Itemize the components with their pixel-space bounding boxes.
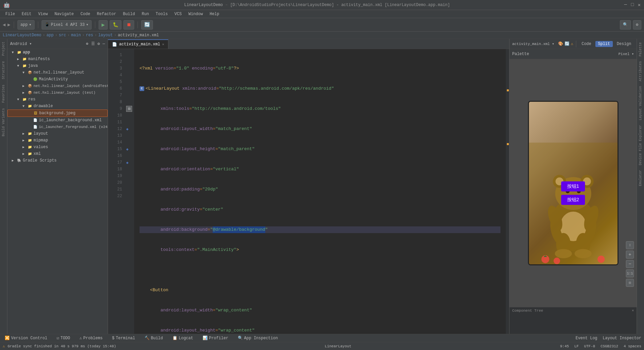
tree-item-gradle-scripts[interactable]: ▶ 🐘 Gradle Scripts xyxy=(7,157,108,164)
menu-navigate[interactable]: Navigate xyxy=(52,11,76,17)
tree-item-values[interactable]: ▶ 📁 values xyxy=(7,144,108,150)
minimize-button[interactable]: ─ xyxy=(624,2,627,8)
menu-window[interactable]: Window xyxy=(186,11,206,17)
zoom-in-button[interactable]: + xyxy=(626,251,634,259)
debug-button[interactable]: 🐛 xyxy=(110,20,121,30)
tree-item-ic-launcher-fg[interactable]: 📄 ic_launcher_foreground.xml (v24) xyxy=(7,124,108,130)
editor-tab-activity-main[interactable]: 📄 activity_main.xml ✕ xyxy=(108,39,168,49)
tab-todo[interactable]: ☑ TODO xyxy=(55,335,72,341)
tab-version-control[interactable]: 🔀 Version Control xyxy=(3,335,49,341)
tree-action-sync[interactable]: ⊕ xyxy=(86,41,88,46)
run-button[interactable]: ▶ xyxy=(99,20,108,30)
breadcrumb-item-project[interactable]: LinearLayoutDemo xyxy=(3,33,41,38)
menu-edit[interactable]: Edit xyxy=(19,11,34,17)
tree-item-res[interactable]: ▼ 📁 res xyxy=(7,96,108,103)
tab-split-button[interactable]: Split xyxy=(595,41,613,47)
settings-button[interactable]: ⚙ xyxy=(633,20,641,30)
strip-attributes[interactable]: Attributes xyxy=(639,59,642,83)
left-strip-structure[interactable]: Structure xyxy=(1,58,6,82)
tree-item-layout[interactable]: ▶ 📁 layout xyxy=(7,130,108,137)
maximize-button[interactable]: □ xyxy=(631,2,634,8)
preview-button-2[interactable]: 按钮2 xyxy=(561,195,585,205)
tree-action-settings[interactable]: ⚙ xyxy=(98,41,100,46)
search-everywhere-button[interactable]: 🔍 xyxy=(620,20,631,30)
strip-device-file-explorer[interactable]: Device File Explorer xyxy=(639,123,642,167)
tab-profiler[interactable]: 📊 Profiler xyxy=(201,335,230,341)
project-selector[interactable]: app ▾ xyxy=(17,20,35,30)
tab-code-button[interactable]: Code xyxy=(579,41,594,47)
layout-inspector-button[interactable]: Layout Inspector xyxy=(603,336,641,341)
tab-logcat[interactable]: 📋 Logcat xyxy=(170,335,195,341)
menu-file[interactable]: File xyxy=(3,11,18,17)
close-button[interactable]: ✕ xyxy=(638,2,641,8)
tab-close-button[interactable]: ✕ xyxy=(162,42,164,46)
line-ending-indicator[interactable]: LF xyxy=(574,344,579,348)
tree-item-java[interactable]: ▼ 📁 java xyxy=(7,62,108,69)
file-selector[interactable]: activity_main.xml ▾ xyxy=(512,42,554,46)
breadcrumb-item-res[interactable]: res xyxy=(86,33,93,38)
component-tree-close[interactable]: × xyxy=(632,309,634,313)
tree-item-package-test[interactable]: ▶ 📦 net.hxl.linear_layout (test) xyxy=(7,89,108,96)
back-button[interactable]: ◀ xyxy=(3,22,5,28)
menu-build[interactable]: Build xyxy=(120,11,138,17)
svg-point-20 xyxy=(553,258,560,264)
tab-terminal[interactable]: $ Terminal xyxy=(110,335,137,341)
tree-item-manifests[interactable]: ▶ 📁 manifests xyxy=(7,56,108,62)
strip-layout-validation[interactable]: Layout Validation xyxy=(639,84,642,122)
breadcrumb-item-main[interactable]: main xyxy=(71,33,81,38)
tab-design-button[interactable]: Design xyxy=(614,41,634,47)
device-selector[interactable]: 📱 Pixel 4 API 33 ▾ xyxy=(42,20,92,30)
tree-item-xml[interactable]: ▶ 📁 xml xyxy=(7,150,108,157)
left-strip-project[interactable]: Project xyxy=(1,39,6,58)
zoom-out-button[interactable]: − xyxy=(626,260,634,268)
forward-button[interactable]: ▶ xyxy=(7,22,10,28)
left-strip-build-variants[interactable]: Build Variants xyxy=(1,105,6,139)
tree-item-package-androidtest[interactable]: ▶ 📦 net.hxl.linear_layout (androidTest) xyxy=(7,83,108,89)
fit-button[interactable]: ⊡ xyxy=(626,279,634,287)
menu-vcs[interactable]: VCS xyxy=(172,11,184,17)
code-line-12: <Button xyxy=(140,287,500,294)
cursor-tool-button[interactable]: ↕ xyxy=(626,241,634,249)
refresh-icon[interactable]: 🔄 xyxy=(565,41,570,46)
tree-action-close[interactable]: — xyxy=(103,42,105,46)
bookmark-icon-12[interactable]: ◆ xyxy=(126,127,128,132)
menu-help[interactable]: Help xyxy=(207,11,222,17)
tree-item-package-main[interactable]: ▼ 📦 net.hxl.linear_layout xyxy=(7,69,108,76)
breadcrumb-item-layout[interactable]: layout xyxy=(98,33,113,38)
palette-icon[interactable]: 🎨 xyxy=(558,41,563,46)
breadcrumb-item-app[interactable]: app xyxy=(46,33,54,38)
encoding-indicator[interactable]: UTF-8 xyxy=(584,344,595,348)
menu-tools[interactable]: Tools xyxy=(153,11,170,17)
tree-item-app[interactable]: ▼ 📁 app xyxy=(7,49,108,56)
bookmark-icon-17[interactable]: ◆ xyxy=(126,160,128,165)
tab-build[interactable]: 🔨 Build xyxy=(143,335,165,341)
menu-code[interactable]: Code xyxy=(78,11,93,17)
preview-button-1[interactable]: 按钮1 xyxy=(561,181,585,191)
code-editor[interactable]: 1 2 3 4 5 6 7 8 9 10 11 12 13 14 15 16 1… xyxy=(108,49,509,334)
menu-view[interactable]: View xyxy=(36,11,51,17)
strip-palette[interactable]: Palette xyxy=(639,40,642,58)
event-log-button[interactable]: Event Log xyxy=(576,336,597,341)
strip-emulator[interactable]: Emulator xyxy=(639,168,642,188)
bookmark-icon-15[interactable]: ◆ xyxy=(126,147,128,152)
zoom-reset-button[interactable]: 1:1 xyxy=(626,269,634,277)
tree-item-mainactivity[interactable]: 🟢 MainActivity xyxy=(7,76,108,83)
tree-action-collapse[interactable]: ☰ xyxy=(91,41,95,46)
tree-item-drawable[interactable]: ▼ 📁 drawable xyxy=(7,103,108,110)
indent-indicator[interactable]: 4 spaces xyxy=(624,344,641,348)
device-preview-selector[interactable]: Pixel ▾ xyxy=(619,52,634,56)
tree-item-ic-launcher-bg[interactable]: 📄 ic_launcher_background.xml xyxy=(7,117,108,124)
tab-app-inspection[interactable]: 🔍 App Inspection xyxy=(236,335,280,341)
menu-run[interactable]: Run xyxy=(139,11,152,17)
android-selector[interactable]: Android ▾ xyxy=(10,41,32,46)
left-strip-favorites[interactable]: Favorites xyxy=(1,82,6,105)
stop-button[interactable]: ⏹ xyxy=(123,20,134,30)
tree-item-background-jpeg[interactable]: 🖼 background.jpeg xyxy=(7,110,108,117)
breadcrumb-item-file[interactable]: activity_main.xml xyxy=(118,33,159,38)
sync-button[interactable]: 🔄 xyxy=(141,20,153,30)
tree-item-mipmap[interactable]: ▶ 📁 mipmap xyxy=(7,137,108,144)
tab-problems[interactable]: ⚠ Problems xyxy=(77,335,105,341)
menu-refactor[interactable]: Refactor xyxy=(94,11,119,17)
code-content[interactable]: <?xml version="1.0" encoding="utf-8"?> C… xyxy=(134,49,506,334)
breadcrumb-item-src[interactable]: src xyxy=(59,33,66,38)
